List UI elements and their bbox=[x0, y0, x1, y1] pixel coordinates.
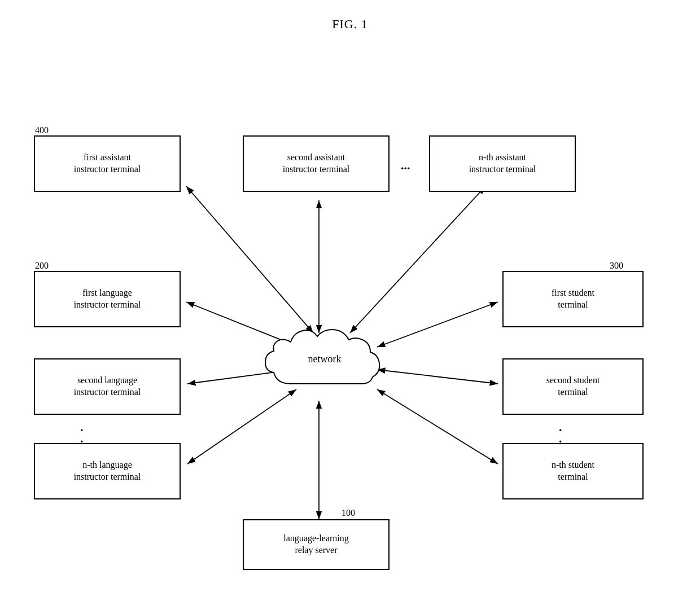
svg-line-11 bbox=[377, 389, 498, 464]
nth-language-box: n-th language instructor terminal bbox=[34, 443, 181, 499]
server-box: language-learning relay server bbox=[243, 519, 390, 570]
second-language-label: second language instructor terminal bbox=[74, 375, 141, 398]
svg-line-10 bbox=[377, 370, 498, 384]
nth-student-box: n-th student terminal bbox=[502, 443, 644, 499]
svg-line-5 bbox=[350, 186, 485, 333]
ref-100: 100 bbox=[342, 508, 355, 518]
first-student-box: first student terminal bbox=[502, 271, 644, 327]
nth-assistant-box: n-th assistant instructor terminal bbox=[429, 135, 576, 192]
page-title: FIG. 1 bbox=[0, 0, 700, 32]
first-assistant-box: first assistant instructor terminal bbox=[34, 135, 181, 192]
svg-text:network: network bbox=[308, 353, 342, 365]
svg-line-3 bbox=[186, 186, 313, 333]
server-label: language-learning relay server bbox=[283, 533, 349, 556]
second-assistant-box: second assistant instructor terminal bbox=[243, 135, 390, 192]
nth-assistant-label: n-th assistant instructor terminal bbox=[469, 152, 536, 176]
nth-student-label: n-th student terminal bbox=[552, 459, 594, 483]
ref-400: 400 bbox=[35, 125, 49, 135]
nth-language-label: n-th language instructor terminal bbox=[74, 459, 141, 483]
ref-200: 200 bbox=[35, 261, 49, 271]
second-language-box: second language instructor terminal bbox=[34, 358, 181, 415]
ellipsis-assistant: ... bbox=[401, 158, 410, 173]
first-assistant-label: first assistant instructor terminal bbox=[74, 152, 141, 176]
network-cloud: network bbox=[260, 316, 390, 406]
second-student-label: second student terminal bbox=[546, 375, 600, 398]
first-language-label: first language instructor terminal bbox=[74, 287, 141, 311]
first-student-label: first student terminal bbox=[552, 287, 594, 311]
second-assistant-label: second assistant instructor terminal bbox=[283, 152, 350, 176]
first-language-box: first language instructor terminal bbox=[34, 271, 181, 327]
ref-300: 300 bbox=[610, 261, 623, 271]
second-student-box: second student terminal bbox=[502, 358, 644, 415]
svg-line-9 bbox=[377, 302, 498, 347]
